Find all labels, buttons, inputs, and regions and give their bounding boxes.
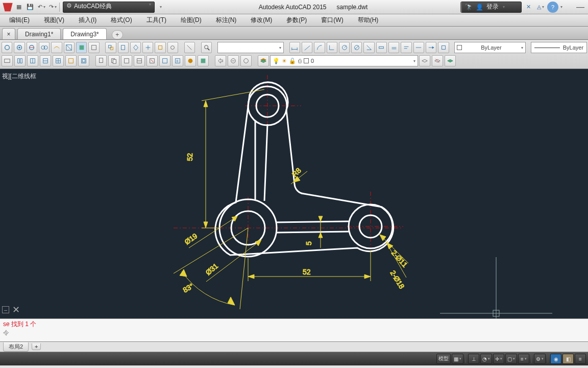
doc-tab-prev[interactable]: × xyxy=(2,28,15,39)
redo-button[interactable]: ↷▾ xyxy=(47,2,58,13)
tool-d2[interactable] xyxy=(14,42,24,53)
t2-2[interactable] xyxy=(14,55,26,66)
t2-c2[interactable] xyxy=(108,55,119,66)
menu-draw[interactable]: 绘图(D) xyxy=(175,15,208,26)
t2-5[interactable] xyxy=(53,55,64,66)
doc-tab-drawing1[interactable]: Drawing1* xyxy=(17,28,61,39)
menu-format[interactable]: 格式(O) xyxy=(105,15,138,26)
layout-tab-2[interactable]: 布局2 xyxy=(3,342,29,352)
t2-c5[interactable] xyxy=(146,55,158,66)
menu-modify[interactable]: 修改(M) xyxy=(244,15,278,26)
layer-t2[interactable] xyxy=(432,55,443,66)
infocenter-search[interactable]: 🔭 👤 登录 ▾ xyxy=(460,2,522,13)
dim-rad[interactable] xyxy=(339,42,350,53)
t2-u1[interactable] xyxy=(215,55,226,66)
workspace-combo[interactable]: ⚙ AutoCAD经典 ▾ xyxy=(63,2,155,13)
menu-edit[interactable]: 编辑(E) xyxy=(3,15,36,26)
dim-linear[interactable] xyxy=(289,42,300,53)
menu-tools[interactable]: 工具(T) xyxy=(140,15,173,26)
undo-button[interactable]: ↶▾ xyxy=(36,2,47,13)
tool-m6[interactable] xyxy=(167,42,178,53)
tool-m1[interactable] xyxy=(105,42,116,53)
tool-m7[interactable] xyxy=(184,42,195,53)
t2-6[interactable] xyxy=(65,55,77,66)
tool-d8[interactable] xyxy=(88,42,99,53)
tool-d4[interactable] xyxy=(39,42,50,53)
status-grid[interactable]: ▦ xyxy=(452,354,463,364)
status-lwt[interactable]: ≡ xyxy=(518,354,529,364)
layer-t3[interactable] xyxy=(445,55,456,66)
status-ann[interactable]: ◧ xyxy=(562,354,574,364)
tool-zoom[interactable] xyxy=(201,42,212,53)
menu-insert[interactable]: 插入(I) xyxy=(72,15,103,26)
tool-m5[interactable] xyxy=(155,42,165,53)
status-custom[interactable]: ≡ xyxy=(575,354,586,364)
status-polar[interactable]: ◔ xyxy=(480,354,492,364)
tool-d6[interactable] xyxy=(64,42,75,53)
command-prompt[interactable]: 令 xyxy=(3,329,585,337)
layer-combo[interactable]: 💡 ☀ 🔓 ⎙ 0 ▾ xyxy=(270,55,418,66)
add-tab-button[interactable]: + xyxy=(112,30,123,39)
dim-q6[interactable] xyxy=(438,42,449,53)
dim-q2[interactable] xyxy=(388,42,399,53)
tool-d5[interactable] xyxy=(51,42,62,53)
menu-dim[interactable]: 标注(N) xyxy=(210,15,243,26)
drawing-area[interactable]: 视][二维线框 xyxy=(0,69,588,318)
status-snap[interactable]: ⊥ xyxy=(468,354,479,364)
t2-c9[interactable] xyxy=(198,55,209,66)
tool-m3[interactable] xyxy=(130,42,141,53)
layer-props-button[interactable] xyxy=(258,55,269,66)
tool-d1[interactable] xyxy=(2,42,12,53)
status-osnap[interactable]: ✛ xyxy=(493,354,504,364)
view-minus-button[interactable]: – xyxy=(2,306,9,313)
command-area[interactable]: se 找到 1 个 令 xyxy=(0,318,588,342)
tool-d3[interactable] xyxy=(27,42,37,53)
t2-c3[interactable] xyxy=(121,55,132,66)
color-combo[interactable]: ▾ xyxy=(217,42,284,53)
tool-d7[interactable] xyxy=(76,42,87,53)
linetype-combo[interactable]: ByLayer xyxy=(531,42,587,53)
minimize-button[interactable]: — xyxy=(575,2,586,13)
dim-q5[interactable] xyxy=(426,42,436,53)
dim-dia[interactable] xyxy=(351,42,362,53)
dim-aligned[interactable] xyxy=(302,42,312,53)
app-menu-button[interactable] xyxy=(2,2,13,13)
t2-1[interactable] xyxy=(2,55,13,66)
t2-3[interactable] xyxy=(27,55,38,66)
t2-c7[interactable]: II xyxy=(172,55,183,66)
t2-c1[interactable] xyxy=(95,55,107,66)
t2-c4[interactable] xyxy=(134,55,145,66)
view-close-button[interactable]: ✕ xyxy=(12,304,20,315)
dim-q4[interactable] xyxy=(413,42,424,53)
a360-button[interactable]: ◬▾ xyxy=(535,2,546,13)
t2-4[interactable] xyxy=(40,55,51,66)
help-button[interactable]: ? xyxy=(547,2,558,13)
bylayer-combo[interactable]: ByLayer▾ xyxy=(454,42,526,53)
menu-view[interactable]: 视图(V) xyxy=(38,15,70,26)
t2-c8[interactable] xyxy=(185,55,196,66)
dim-ang[interactable] xyxy=(363,42,374,53)
menu-help[interactable]: 帮助(H) xyxy=(352,15,385,26)
status-iso[interactable]: ◉ xyxy=(550,354,561,364)
dim-q1[interactable] xyxy=(376,42,387,53)
tool-m4[interactable] xyxy=(142,42,153,53)
t2-c6[interactable] xyxy=(159,55,170,66)
dim-ord[interactable] xyxy=(327,42,337,53)
new-button[interactable]: ▦ xyxy=(13,2,24,13)
exchange-button[interactable]: ✕ xyxy=(523,2,534,13)
t2-u3[interactable] xyxy=(240,55,252,66)
status-model[interactable]: 模型 xyxy=(436,354,451,364)
menu-window[interactable]: 窗口(W) xyxy=(315,15,349,26)
status-3dosnap[interactable]: ▢ xyxy=(505,354,517,364)
dim-q3[interactable] xyxy=(401,42,411,53)
menu-param[interactable]: 参数(P) xyxy=(280,15,313,26)
qat-more-button[interactable]: ▾ xyxy=(155,2,166,13)
status-gear[interactable]: ⚙ xyxy=(534,354,546,364)
save-button[interactable]: 💾 xyxy=(24,2,36,13)
tool-m2[interactable] xyxy=(118,42,129,53)
doc-tab-drawing3[interactable]: Drawing3* xyxy=(63,28,106,39)
dim-arc[interactable] xyxy=(314,42,325,53)
layout-add-button[interactable]: + xyxy=(32,343,41,350)
layer-t1[interactable] xyxy=(419,55,430,66)
t2-u2[interactable] xyxy=(228,55,239,66)
